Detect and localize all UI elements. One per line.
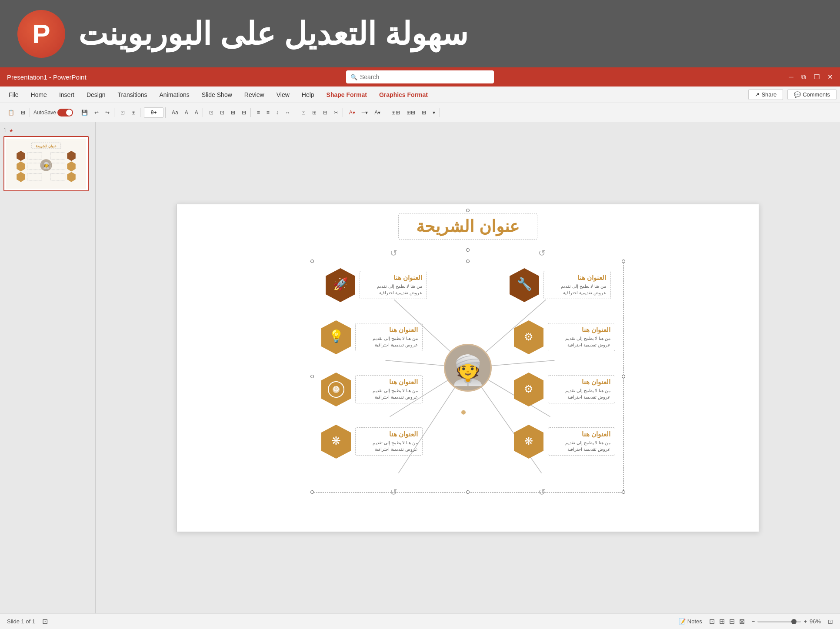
- menu-right-actions: ↗ Share 💬 Comments: [748, 89, 837, 100]
- handle-tl[interactable]: [310, 260, 314, 263]
- menu-shape-format[interactable]: Shape Format: [321, 90, 372, 100]
- more-btn1[interactable]: ⊞⊞: [389, 108, 403, 117]
- tool-icon-top-right: ↺: [538, 248, 546, 258]
- search-box[interactable]: 🔍: [346, 70, 494, 83]
- crop-btn[interactable]: ✂: [331, 108, 341, 117]
- statusbar-right: 📝 Notes ⊡ ⊞ ⊟ ⊠ − + 96% ⊡: [679, 617, 833, 626]
- avatar-emoji: 👳: [450, 353, 486, 387]
- menu-design[interactable]: Design: [81, 90, 111, 100]
- card-title-left-4: العنوان هنا: [360, 430, 418, 438]
- hex-svg-left-1: 🚀: [325, 267, 356, 303]
- zoom-control: − + 96%: [752, 618, 821, 625]
- zoom-thumb[interactable]: [791, 619, 797, 624]
- menu-graphics-format[interactable]: Graphics Format: [374, 90, 433, 100]
- zoom-slider[interactable]: [757, 621, 801, 622]
- restore-window-button[interactable]: ⧉: [801, 73, 806, 81]
- slide-info: Slide 1 of 1: [7, 618, 35, 625]
- reading-view-icon[interactable]: ⊟: [729, 617, 735, 626]
- card-body-left-3: من هنا لا يطمح إلى تقديمعروض تقديمية احت…: [360, 387, 418, 400]
- handle-tr[interactable]: [622, 260, 625, 263]
- view-toggle[interactable]: ⊡: [118, 108, 127, 117]
- restore-button[interactable]: ❐: [814, 73, 820, 81]
- text-color-btn[interactable]: A▾: [372, 108, 383, 117]
- close-button[interactable]: ✕: [827, 73, 833, 81]
- arrange-btn3[interactable]: ⊞: [228, 108, 238, 117]
- toolbar-paste[interactable]: 📋: [5, 108, 17, 117]
- fit-slide-button[interactable]: ⊡: [828, 618, 833, 625]
- arrange-btn4[interactable]: ⊟: [239, 108, 249, 117]
- menu-review[interactable]: Review: [239, 90, 270, 100]
- card-title-right-2: العنوان هنا: [553, 326, 610, 334]
- undo-button[interactable]: ↩: [92, 108, 101, 117]
- normal-view-icon[interactable]: ⊡: [709, 617, 715, 626]
- menu-file[interactable]: File: [3, 90, 24, 100]
- toolbar-clipboard[interactable]: ⊞: [18, 108, 28, 117]
- handle-mr[interactable]: [622, 375, 625, 378]
- svg-text:عنوان الشريحة: عنوان الشريحة: [36, 144, 56, 148]
- redo-button[interactable]: ↪: [103, 108, 112, 117]
- spacing-btn2[interactable]: ↔: [283, 108, 293, 117]
- shape-btn1[interactable]: ⊡: [299, 108, 308, 117]
- slide-canvas[interactable]: عنوان الشريحة: [177, 204, 759, 532]
- spacing-btn[interactable]: ↕: [273, 108, 281, 117]
- handle-tc[interactable]: [466, 260, 470, 263]
- comments-button[interactable]: 💬 Comments: [787, 89, 837, 100]
- zoom-in-button[interactable]: +: [803, 618, 807, 625]
- slide-sorter-icon[interactable]: ⊞: [719, 617, 725, 626]
- save-button[interactable]: 💾: [79, 108, 90, 117]
- font-large[interactable]: A: [182, 108, 191, 117]
- menu-slideshow[interactable]: Slide Show: [197, 90, 237, 100]
- menu-animations[interactable]: Animations: [154, 90, 194, 100]
- font-small[interactable]: A: [192, 108, 201, 117]
- title-bar: Presentation1 - PowerPoint 🔍 ─ ⧉ ❐ ✕: [0, 67, 840, 87]
- shape-btn2[interactable]: ⊞: [310, 108, 319, 117]
- arrange-btn2[interactable]: ⊡: [217, 108, 227, 117]
- expand-btn[interactable]: ▾: [430, 108, 438, 117]
- shape-btn3[interactable]: ⊟: [320, 108, 330, 117]
- grid-toggle[interactable]: ⊞: [129, 108, 138, 117]
- handle-ml[interactable]: [310, 375, 314, 378]
- handle-bl[interactable]: [310, 490, 314, 494]
- menu-home[interactable]: Home: [26, 90, 52, 100]
- search-input[interactable]: [360, 73, 490, 80]
- hex-svg-right-1: 🔧: [509, 267, 540, 303]
- toolbar-group-autosave: AutoSave: [32, 109, 75, 116]
- font-size-input[interactable]: [144, 107, 163, 118]
- notes-button[interactable]: 📝 Notes: [679, 618, 702, 625]
- minimize-button[interactable]: ─: [789, 73, 793, 81]
- handle-br[interactable]: [622, 490, 625, 494]
- fill-color-btn[interactable]: A▾: [347, 108, 358, 117]
- align-btn2[interactable]: ≡: [264, 108, 272, 117]
- zoom-out-button[interactable]: −: [752, 618, 755, 625]
- font-style-aa[interactable]: Aa: [169, 108, 181, 117]
- svg-point-28: [461, 410, 466, 414]
- slide-thumb-content: عنوان الشريحة 👳: [6, 139, 86, 189]
- arrange-btn1[interactable]: ⊡: [207, 108, 216, 117]
- slide-panel: 1 ★ عنوان الشريحة 👳: [0, 122, 96, 613]
- card-right-1: 🔧 العنوان هنا من هنا لا يطمح إلى تقديمعر…: [509, 267, 611, 303]
- more-btn3[interactable]: ⊞: [419, 108, 429, 117]
- presenter-view-icon[interactable]: ⊠: [739, 617, 745, 626]
- slide-number-label: 1: [3, 127, 7, 133]
- svg-text:⚙: ⚙: [524, 383, 533, 395]
- toolbar-group-save: 💾 ↩ ↪: [77, 108, 114, 117]
- slide-title-border: عنوان الشريحة: [398, 213, 537, 240]
- share-button[interactable]: ↗ Share: [748, 89, 783, 100]
- slide-thumb-svg: عنوان الشريحة 👳: [6, 140, 86, 188]
- slide-thumbnail-1[interactable]: عنوان الشريحة 👳: [3, 136, 89, 191]
- view-icons: ⊡ ⊞ ⊟ ⊠: [709, 617, 745, 626]
- menu-help[interactable]: Help: [297, 90, 320, 100]
- line-color-btn[interactable]: ─▾: [359, 108, 371, 117]
- menu-insert[interactable]: Insert: [54, 90, 80, 100]
- canvas-area: عنوان الشريحة: [96, 122, 840, 613]
- more-btn2[interactable]: ⊞⊞: [404, 108, 418, 117]
- menu-transitions[interactable]: Transitions: [113, 90, 153, 100]
- handle-bc[interactable]: [466, 490, 470, 494]
- text-card-left-4: العنوان هنا من هنا لا يطمح إلى تقديمعروض…: [355, 427, 423, 456]
- handle-top-center[interactable]: [466, 209, 470, 212]
- toolbar-group-text: Aa A A: [167, 108, 203, 117]
- menu-view[interactable]: View: [271, 90, 295, 100]
- autosave-toggle[interactable]: [57, 109, 73, 116]
- align-btn1[interactable]: ≡: [254, 108, 263, 117]
- handle-rotate[interactable]: [466, 248, 470, 252]
